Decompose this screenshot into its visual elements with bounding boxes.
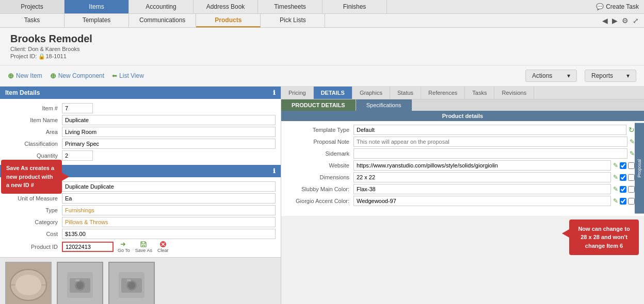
item-name-input[interactable] — [62, 115, 276, 125]
sidemark-row: Sidemark ✎ — [281, 148, 635, 159]
slubby-color-input[interactable] — [353, 184, 611, 194]
item-number-input[interactable] — [62, 103, 93, 113]
info-icon-2[interactable]: ℹ — [273, 167, 276, 175]
arrow-icon: ⬅ — [112, 72, 117, 79]
nav-tab-items[interactable]: Items — [65, 0, 129, 13]
sub-tab-templates[interactable]: Templates — [65, 14, 129, 27]
nav-tab-timesheets[interactable]: Timesheets — [258, 0, 323, 13]
toolbar: ⊕ New Item ⊕ New Component ⬅ List View A… — [0, 65, 644, 87]
create-task-button[interactable]: 💬 Create Task — [596, 3, 639, 10]
clear-button[interactable]: Clear — [157, 241, 169, 253]
list-view-button[interactable]: ⬅ List View — [112, 72, 144, 79]
product-subtabs: PRODUCT DETAILS Specifications — [281, 99, 644, 111]
unit-input[interactable] — [62, 193, 276, 204]
area-label: Area — [5, 129, 62, 135]
forward-icon[interactable]: ▶ — [612, 16, 618, 25]
refresh-icon[interactable]: ↻ — [629, 126, 635, 134]
edit-icon-2[interactable]: ✎ — [630, 150, 635, 157]
sub-tab-communications[interactable]: Communications — [129, 14, 196, 27]
save-as-button[interactable]: Save As — [135, 241, 152, 253]
proposal-note-row: Proposal Note ✎ — [281, 137, 635, 147]
category-input[interactable] — [62, 217, 276, 227]
quantity-input[interactable] — [62, 150, 93, 161]
tab-status[interactable]: Status — [390, 87, 421, 99]
giorgio-color-input[interactable] — [353, 196, 611, 206]
product-image-3[interactable] — [108, 262, 155, 304]
nav-tab-finishes[interactable]: Finishes — [323, 0, 387, 13]
edit-icon-4[interactable]: ✎ — [613, 174, 618, 181]
item-details-section: Item Details ℹ Item # Item Name — [0, 87, 281, 165]
dimensions-input[interactable] — [353, 172, 611, 182]
nav-tab-accounting[interactable]: Accounting — [129, 0, 194, 13]
info-icon[interactable]: ℹ — [273, 89, 276, 96]
goto-button[interactable]: Go To — [118, 241, 130, 253]
dimensions-checkbox[interactable] — [620, 174, 626, 181]
camera-icon — [67, 272, 93, 298]
tab-pricing[interactable]: Pricing — [281, 87, 314, 99]
giorgio-checkbox-2[interactable] — [628, 198, 635, 205]
description-input[interactable] — [62, 181, 276, 192]
specs-form-area: Template Type ↻ Proposal Note ✎ — [281, 121, 644, 216]
svg-rect-13 — [75, 279, 79, 281]
dimensions-row: Dimensions ✎ — [281, 172, 635, 182]
unit-row: Unit of Measure — [5, 193, 276, 204]
proposal-note-input[interactable] — [353, 137, 627, 147]
giorgio-checkbox[interactable] — [620, 198, 626, 205]
website-checkbox-2[interactable] — [628, 162, 635, 169]
new-item-button[interactable]: ⊕ New Item — [8, 72, 42, 80]
website-checkbox[interactable] — [620, 162, 626, 169]
proposal-note-label: Proposal Note — [281, 139, 353, 145]
classification-input[interactable] — [62, 139, 276, 149]
new-component-button[interactable]: ⊕ New Component — [50, 72, 104, 80]
website-input[interactable] — [353, 160, 611, 171]
sub-tab-picklists[interactable]: Pick Lists — [261, 14, 325, 27]
tab-details[interactable]: DETAILS — [314, 87, 352, 99]
slubby-checkbox[interactable] — [620, 186, 626, 193]
proposal-side-label: Proposal — [635, 123, 644, 214]
cost-input[interactable] — [62, 229, 276, 239]
item-name-label: Item Name — [5, 117, 62, 123]
sub-tab-products[interactable]: Products — [196, 14, 261, 27]
website-label: Website — [281, 162, 353, 168]
edit-icon-5[interactable]: ✎ — [613, 185, 618, 193]
tab-revisions[interactable]: Revisions — [494, 87, 534, 99]
slubby-color-actions: ✎ — [613, 185, 635, 193]
nav-tab-addressbook[interactable]: Address Book — [194, 0, 258, 13]
product-image-1[interactable] — [5, 262, 52, 304]
tab-graphics[interactable]: Graphics — [352, 87, 390, 99]
edit-icon-3[interactable]: ✎ — [613, 162, 618, 169]
product-image-2[interactable] — [57, 262, 103, 304]
website-row: Website ✎ — [281, 160, 635, 171]
dimensions-checkbox-2[interactable] — [628, 174, 635, 181]
sub-tab-tasks[interactable]: Tasks — [0, 14, 65, 27]
specifications-tab[interactable]: Specifications — [356, 99, 412, 111]
product-id-input[interactable] — [62, 242, 114, 252]
clear-icon — [159, 241, 167, 248]
edit-icon[interactable]: ✎ — [630, 138, 635, 145]
left-panel: Item Details ℹ Item # Item Name — [0, 87, 281, 304]
settings-icon[interactable]: ⚙ — [622, 16, 629, 25]
tab-references[interactable]: References — [421, 87, 465, 99]
svg-point-12 — [76, 282, 84, 289]
product-details-tab[interactable]: PRODUCT DETAILS — [281, 99, 356, 111]
photo-area — [0, 257, 281, 304]
actions-dropdown[interactable]: Actions ▾ — [525, 70, 577, 82]
product-details-subheader: Product details — [281, 111, 644, 121]
product-id-container: Go To Save As Clear — [62, 241, 276, 253]
area-input[interactable] — [62, 127, 276, 137]
product-id-row: Product ID Go To — [5, 241, 276, 253]
item-number-label: Item # — [5, 105, 62, 111]
reports-dropdown[interactable]: Reports ▾ — [585, 70, 636, 82]
body-area: Item Details ℹ Item # Item Name — [0, 87, 644, 304]
expand-icon[interactable]: ⤢ — [633, 16, 639, 25]
tab-tasks[interactable]: Tasks — [465, 87, 494, 99]
template-type-input[interactable] — [353, 125, 626, 135]
slubby-checkbox-2[interactable] — [628, 186, 635, 193]
edit-icon-6[interactable]: ✎ — [613, 197, 618, 205]
nav-tab-projects[interactable]: Projects — [0, 0, 65, 13]
sidemark-input[interactable] — [353, 148, 627, 159]
item-name-row: Item Name — [5, 115, 276, 125]
back-icon[interactable]: ◀ — [602, 16, 608, 25]
type-input[interactable] — [62, 205, 276, 215]
goto-icon — [120, 241, 128, 248]
